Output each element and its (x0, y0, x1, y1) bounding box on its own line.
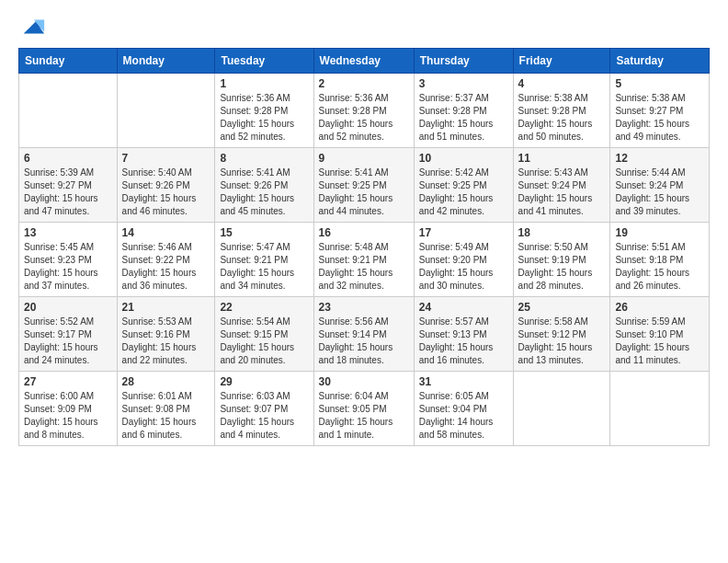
day-number: 9 (319, 152, 409, 165)
day-info: Sunrise: 5:42 AM Sunset: 9:25 PM Dayligh… (419, 167, 508, 218)
logo (18, 15, 46, 37)
weekday-header: Sunday (19, 49, 118, 74)
day-info: Sunrise: 5:48 AM Sunset: 9:21 PM Dayligh… (319, 241, 409, 293)
day-info: Sunrise: 6:05 AM Sunset: 9:04 PM Dayligh… (419, 390, 508, 442)
day-info: Sunrise: 5:36 AM Sunset: 9:28 PM Dayligh… (319, 92, 409, 144)
day-number: 8 (220, 152, 308, 165)
calendar-cell: 26Sunrise: 5:59 AM Sunset: 9:10 PM Dayli… (610, 297, 710, 372)
day-number: 3 (419, 77, 508, 90)
day-info: Sunrise: 5:45 AM Sunset: 9:23 PM Dayligh… (24, 241, 112, 293)
calendar-cell: 18Sunrise: 5:50 AM Sunset: 9:19 PM Dayli… (513, 223, 610, 297)
calendar-week-row: 27Sunrise: 6:00 AM Sunset: 9:09 PM Dayli… (19, 372, 710, 446)
day-number: 16 (319, 226, 409, 239)
day-number: 23 (319, 301, 409, 314)
day-number: 30 (319, 375, 409, 388)
day-number: 15 (220, 226, 308, 239)
calendar-cell (610, 372, 710, 446)
weekday-header: Friday (513, 49, 610, 74)
day-number: 10 (419, 152, 508, 165)
calendar-cell (19, 74, 118, 148)
calendar-cell: 8Sunrise: 5:41 AM Sunset: 9:26 PM Daylig… (215, 148, 313, 223)
logo-icon (20, 15, 46, 40)
day-number: 2 (319, 77, 409, 90)
day-info: Sunrise: 5:54 AM Sunset: 9:15 PM Dayligh… (220, 316, 308, 367)
calendar-cell: 1Sunrise: 5:36 AM Sunset: 9:28 PM Daylig… (215, 74, 313, 148)
calendar-cell: 25Sunrise: 5:58 AM Sunset: 9:12 PM Dayli… (513, 297, 610, 372)
day-info: Sunrise: 5:58 AM Sunset: 9:12 PM Dayligh… (518, 316, 606, 367)
day-info: Sunrise: 5:53 AM Sunset: 9:16 PM Dayligh… (122, 316, 210, 367)
day-number: 1 (220, 77, 308, 90)
calendar-header: SundayMondayTuesdayWednesdayThursdayFrid… (19, 49, 710, 74)
day-number: 21 (122, 301, 210, 314)
calendar-cell: 9Sunrise: 5:41 AM Sunset: 9:25 PM Daylig… (313, 148, 414, 223)
calendar-cell: 28Sunrise: 6:01 AM Sunset: 9:08 PM Dayli… (117, 372, 215, 446)
calendar-cell: 6Sunrise: 5:39 AM Sunset: 9:27 PM Daylig… (19, 148, 118, 223)
day-number: 4 (518, 77, 606, 90)
calendar-cell: 30Sunrise: 6:04 AM Sunset: 9:05 PM Dayli… (313, 372, 414, 446)
day-info: Sunrise: 5:41 AM Sunset: 9:26 PM Dayligh… (220, 167, 308, 218)
day-info: Sunrise: 6:03 AM Sunset: 9:07 PM Dayligh… (220, 390, 308, 442)
day-info: Sunrise: 5:57 AM Sunset: 9:13 PM Dayligh… (419, 316, 508, 367)
calendar-table: SundayMondayTuesdayWednesdayThursdayFrid… (18, 48, 710, 446)
day-info: Sunrise: 6:00 AM Sunset: 9:09 PM Dayligh… (24, 390, 112, 442)
day-info: Sunrise: 5:46 AM Sunset: 9:22 PM Dayligh… (122, 241, 210, 293)
day-info: Sunrise: 5:37 AM Sunset: 9:28 PM Dayligh… (419, 92, 508, 144)
calendar-cell: 7Sunrise: 5:40 AM Sunset: 9:26 PM Daylig… (117, 148, 215, 223)
calendar-week-row: 20Sunrise: 5:52 AM Sunset: 9:17 PM Dayli… (19, 297, 710, 372)
calendar-cell: 11Sunrise: 5:43 AM Sunset: 9:24 PM Dayli… (513, 148, 610, 223)
day-number: 5 (615, 77, 704, 90)
day-number: 12 (615, 152, 704, 165)
calendar-cell: 23Sunrise: 5:56 AM Sunset: 9:14 PM Dayli… (313, 297, 414, 372)
calendar-cell: 12Sunrise: 5:44 AM Sunset: 9:24 PM Dayli… (610, 148, 710, 223)
weekday-header: Saturday (610, 49, 710, 74)
day-number: 25 (518, 301, 606, 314)
calendar-cell: 17Sunrise: 5:49 AM Sunset: 9:20 PM Dayli… (414, 223, 513, 297)
calendar-cell: 20Sunrise: 5:52 AM Sunset: 9:17 PM Dayli… (19, 297, 118, 372)
calendar-cell: 10Sunrise: 5:42 AM Sunset: 9:25 PM Dayli… (414, 148, 513, 223)
day-number: 19 (615, 226, 704, 239)
calendar-week-row: 1Sunrise: 5:36 AM Sunset: 9:28 PM Daylig… (19, 74, 710, 148)
day-number: 11 (518, 152, 606, 165)
calendar-cell: 21Sunrise: 5:53 AM Sunset: 9:16 PM Dayli… (117, 297, 215, 372)
day-info: Sunrise: 6:04 AM Sunset: 9:05 PM Dayligh… (319, 390, 409, 442)
page-header (18, 15, 710, 37)
calendar-cell: 13Sunrise: 5:45 AM Sunset: 9:23 PM Dayli… (19, 223, 118, 297)
calendar-cell: 29Sunrise: 6:03 AM Sunset: 9:07 PM Dayli… (215, 372, 313, 446)
day-info: Sunrise: 5:36 AM Sunset: 9:28 PM Dayligh… (220, 92, 308, 144)
day-number: 18 (518, 226, 606, 239)
day-info: Sunrise: 6:01 AM Sunset: 9:08 PM Dayligh… (122, 390, 210, 442)
calendar-cell: 14Sunrise: 5:46 AM Sunset: 9:22 PM Dayli… (117, 223, 215, 297)
calendar-week-row: 6Sunrise: 5:39 AM Sunset: 9:27 PM Daylig… (19, 148, 710, 223)
day-info: Sunrise: 5:38 AM Sunset: 9:27 PM Dayligh… (615, 92, 704, 144)
day-info: Sunrise: 5:51 AM Sunset: 9:18 PM Dayligh… (615, 241, 704, 293)
calendar-cell: 2Sunrise: 5:36 AM Sunset: 9:28 PM Daylig… (313, 74, 414, 148)
weekday-header: Tuesday (215, 49, 313, 74)
day-number: 29 (220, 375, 308, 388)
calendar-cell: 19Sunrise: 5:51 AM Sunset: 9:18 PM Dayli… (610, 223, 710, 297)
day-info: Sunrise: 5:47 AM Sunset: 9:21 PM Dayligh… (220, 241, 308, 293)
calendar-cell (117, 74, 215, 148)
calendar-cell: 5Sunrise: 5:38 AM Sunset: 9:27 PM Daylig… (610, 74, 710, 148)
calendar-cell: 15Sunrise: 5:47 AM Sunset: 9:21 PM Dayli… (215, 223, 313, 297)
calendar-cell: 22Sunrise: 5:54 AM Sunset: 9:15 PM Dayli… (215, 297, 313, 372)
day-number: 27 (24, 375, 112, 388)
day-info: Sunrise: 5:38 AM Sunset: 9:28 PM Dayligh… (518, 92, 606, 144)
calendar-cell: 31Sunrise: 6:05 AM Sunset: 9:04 PM Dayli… (414, 372, 513, 446)
day-info: Sunrise: 5:50 AM Sunset: 9:19 PM Dayligh… (518, 241, 606, 293)
day-number: 31 (419, 375, 508, 388)
day-number: 28 (122, 375, 210, 388)
weekday-header: Thursday (414, 49, 513, 74)
day-number: 20 (24, 301, 112, 314)
day-number: 14 (122, 226, 210, 239)
day-info: Sunrise: 5:40 AM Sunset: 9:26 PM Dayligh… (122, 167, 210, 218)
day-info: Sunrise: 5:56 AM Sunset: 9:14 PM Dayligh… (319, 316, 409, 367)
day-number: 24 (419, 301, 508, 314)
day-number: 7 (122, 152, 210, 165)
day-info: Sunrise: 5:43 AM Sunset: 9:24 PM Dayligh… (518, 167, 606, 218)
calendar-cell (513, 372, 610, 446)
day-info: Sunrise: 5:59 AM Sunset: 9:10 PM Dayligh… (615, 316, 704, 367)
day-number: 13 (24, 226, 112, 239)
day-number: 26 (615, 301, 704, 314)
calendar-cell: 16Sunrise: 5:48 AM Sunset: 9:21 PM Dayli… (313, 223, 414, 297)
calendar-cell: 4Sunrise: 5:38 AM Sunset: 9:28 PM Daylig… (513, 74, 610, 148)
